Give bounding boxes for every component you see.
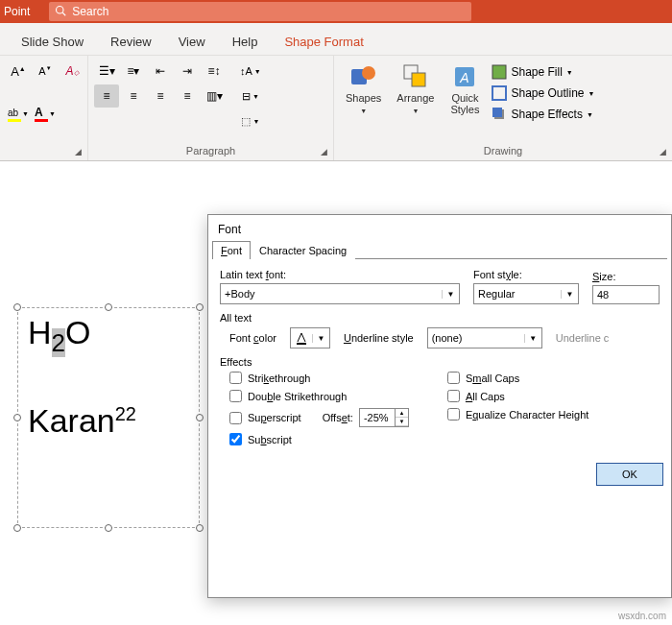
align-right-button[interactable]: ≡ <box>148 84 173 108</box>
resize-handle[interactable] <box>196 524 204 532</box>
group-paragraph: ☰▾ ≡▾ ⇤ ⇥ ≡↕ ≡ ≡ ≡ ≡ ▥▾ ↕A▼ ⊟▼ ⬚▼ Paragr… <box>88 56 334 160</box>
svg-point-0 <box>57 6 64 13</box>
arrange-button[interactable]: Arrange▼ <box>391 60 440 117</box>
search-box[interactable]: Search <box>49 2 471 21</box>
shape-outline-button[interactable]: Shape Outline▼ <box>490 84 596 102</box>
font-style-label: Font style: <box>473 269 579 280</box>
strikethrough-checkbox[interactable]: Strikethrough <box>229 372 409 384</box>
group-drawing: Shapes▼ Arrange▼ A Quick Styles Shape Fi… <box>334 56 672 160</box>
font-size-label: Size: <box>592 271 660 282</box>
group-label-drawing: Drawing <box>484 145 522 156</box>
search-placeholder: Search <box>72 5 108 18</box>
small-caps-checkbox[interactable]: Small Caps <box>447 372 588 384</box>
svg-line-1 <box>63 12 66 15</box>
align-left-button[interactable]: ≡ <box>94 84 119 108</box>
svg-rect-11 <box>492 108 502 117</box>
chevron-down-icon: ▼ <box>588 90 595 97</box>
svg-rect-9 <box>492 86 506 100</box>
tab-slideshow[interactable]: Slide Show <box>8 29 97 55</box>
offset-label: Offset: <box>323 412 353 423</box>
svg-point-3 <box>362 66 375 80</box>
subscript-checkbox[interactable]: Subscript <box>229 433 409 445</box>
offset-input[interactable]: -25%▲▼ <box>359 408 409 427</box>
group-label-paragraph: Paragraph <box>186 145 235 156</box>
font-color-icon <box>295 331 308 345</box>
text-line-1[interactable]: H2O <box>18 308 199 364</box>
resize-handle[interactable] <box>196 414 204 421</box>
chevron-down-icon: ▼ <box>49 110 56 117</box>
font-style-combo[interactable]: Regular▼ <box>473 283 579 304</box>
ribbon: A▲ A▼ A◇ ab ▼ A ▼ ◢ <box>0 56 672 161</box>
increase-font-button[interactable]: A▲ <box>6 60 31 83</box>
highlight-button[interactable]: ab ▼ <box>6 102 31 125</box>
spin-down-icon[interactable]: ▼ <box>396 418 408 426</box>
selected-textbox[interactable]: H2O Karan22 <box>17 307 200 528</box>
ok-button[interactable]: OK <box>596 463 663 486</box>
decrease-font-button[interactable]: A▼ <box>33 60 58 83</box>
shapes-icon <box>348 61 379 92</box>
latin-font-combo[interactable]: +Body▼ <box>220 283 460 304</box>
shape-fill-icon <box>492 64 507 80</box>
quick-styles-button[interactable]: A Quick Styles <box>444 60 486 117</box>
selected-text: 2 <box>52 328 65 357</box>
underline-style-combo[interactable]: (none)▼ <box>427 327 542 349</box>
dialog-tab-font[interactable]: FFontont <box>212 241 251 259</box>
chevron-down-icon: ▼ <box>412 108 419 114</box>
align-center-button[interactable]: ≡ <box>121 84 146 108</box>
chevron-down-icon: ▼ <box>360 108 367 114</box>
dialog-tab-spacing[interactable]: Character Spacing <box>251 241 355 259</box>
quick-styles-icon: A <box>449 61 480 92</box>
tab-view[interactable]: View <box>165 29 219 55</box>
shape-outline-icon <box>492 85 507 101</box>
columns-button[interactable]: ▥▾ <box>202 84 227 108</box>
paragraph-dialog-launcher[interactable]: ◢ <box>321 147 327 156</box>
bullets-button[interactable]: ☰▾ <box>94 60 119 83</box>
font-size-input[interactable]: 48 <box>592 285 660 304</box>
numbering-button[interactable]: ≡▾ <box>121 60 146 83</box>
spin-up-icon[interactable]: ▲ <box>396 409 408 418</box>
font-color-button[interactable]: A ▼ <box>33 102 58 125</box>
tab-review[interactable]: Review <box>97 29 165 55</box>
font-dialog: Font FFontont Character Spacing Latin te… <box>207 214 672 598</box>
svg-text:A: A <box>460 70 469 85</box>
font-color-label: Font color <box>229 332 276 344</box>
resize-handle[interactable] <box>13 524 21 532</box>
chevron-down-icon: ▼ <box>22 110 29 117</box>
shape-effects-icon <box>492 107 507 122</box>
ribbon-tabs: Slide Show Review View Help Shape Format <box>0 23 672 56</box>
search-icon <box>55 5 66 19</box>
font-color-picker[interactable]: ▼ <box>290 327 330 349</box>
tab-shape-format[interactable]: Shape Format <box>271 29 376 55</box>
underline-style-label: Underline style <box>344 332 414 344</box>
line-spacing-button[interactable]: ≡↕ <box>202 60 227 83</box>
chevron-down-icon: ▼ <box>561 290 578 299</box>
chevron-down-icon: ▼ <box>566 69 573 76</box>
text-direction-button[interactable]: ↕A▼ <box>236 60 265 83</box>
resize-handle[interactable] <box>13 303 21 311</box>
increase-indent-button[interactable]: ⇥ <box>175 60 200 83</box>
resize-handle[interactable] <box>105 524 112 532</box>
resize-handle[interactable] <box>105 303 112 311</box>
align-text-button[interactable]: ⊟▼ <box>236 84 265 108</box>
titlebar: Point Search <box>0 0 672 23</box>
chevron-down-icon: ▼ <box>524 334 541 343</box>
double-strike-checkbox[interactable]: Double Strikethrough <box>229 390 409 402</box>
equalize-checkbox[interactable]: Equalize Character Height <box>447 408 588 421</box>
tab-help[interactable]: Help <box>219 29 272 55</box>
all-text-label: All text <box>220 312 660 324</box>
superscript-checkbox[interactable]: Superscript Offset: -25%▲▼ <box>229 408 409 427</box>
text-line-2[interactable]: Karan22 <box>18 364 199 445</box>
smartart-button[interactable]: ⬚▼ <box>236 109 265 132</box>
decrease-indent-button[interactable]: ⇤ <box>148 60 173 83</box>
shape-fill-button[interactable]: Shape Fill▼ <box>490 63 596 81</box>
chevron-down-icon: ▼ <box>312 334 329 343</box>
all-caps-checkbox[interactable]: All Caps <box>447 390 588 402</box>
drawing-dialog-launcher[interactable]: ◢ <box>660 147 666 156</box>
shape-effects-button[interactable]: Shape Effects▼ <box>490 106 596 123</box>
resize-handle[interactable] <box>13 414 21 421</box>
shapes-button[interactable]: Shapes▼ <box>340 60 387 117</box>
justify-button[interactable]: ≡ <box>175 84 200 108</box>
resize-handle[interactable] <box>196 303 204 311</box>
clear-formatting-button[interactable]: A◇ <box>60 60 84 83</box>
font-dialog-launcher[interactable]: ◢ <box>75 147 82 156</box>
